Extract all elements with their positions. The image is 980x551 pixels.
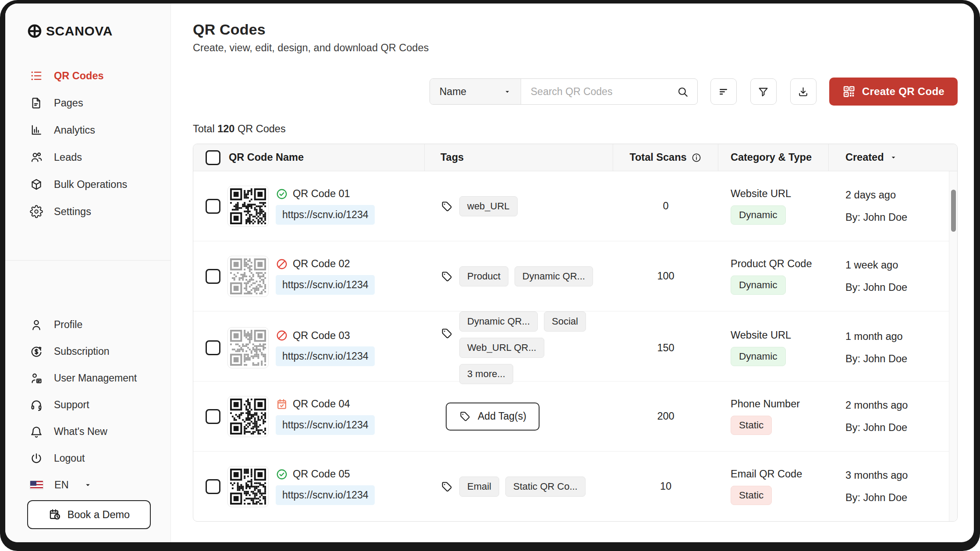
sidebar-item-label: Subscription xyxy=(54,346,110,357)
qr-thumbnail[interactable] xyxy=(227,256,269,297)
sidebar-item-support[interactable]: Support xyxy=(5,392,170,418)
toolbar: Name xyxy=(193,78,958,106)
sidebar-nav: QR CodesPagesAnalyticsLeadsBulk Operatio… xyxy=(5,62,170,225)
whats-new-icon xyxy=(30,425,43,438)
analytics-icon xyxy=(30,124,43,137)
sidebar-item-bulk-operations[interactable]: Bulk Operations xyxy=(5,171,170,198)
table-row: QR Code 03 https://scnv.io/1234 Dynamic … xyxy=(193,311,957,381)
row-checkbox[interactable] xyxy=(206,199,220,214)
chevron-down-icon xyxy=(84,481,92,489)
qr-code-icon xyxy=(842,85,856,98)
sidebar-item-leads[interactable]: Leads xyxy=(5,144,170,171)
filter-icon xyxy=(757,86,769,98)
add-tags-button[interactable]: Add Tag(s) xyxy=(446,403,540,431)
qr-code-name[interactable]: QR Code 01 xyxy=(293,188,350,200)
column-header-name: QR Code Name xyxy=(229,152,304,163)
sidebar-item-label: QR Codes xyxy=(54,70,104,82)
short-url[interactable]: https://scnv.io/1234 xyxy=(276,415,375,435)
column-header-category: Category & Type xyxy=(731,152,812,163)
qr-code-name[interactable]: QR Code 03 xyxy=(293,330,350,342)
table-scrollbar-track[interactable] xyxy=(949,171,957,521)
category-label: Website URL xyxy=(731,329,791,341)
column-header-scans: Total Scans xyxy=(629,152,686,163)
page-title: QR Codes xyxy=(193,21,958,38)
tag-chip[interactable]: Dynamic QR... xyxy=(459,311,538,332)
row-checkbox[interactable] xyxy=(206,409,220,424)
brand-logo[interactable]: SCANOVA xyxy=(27,24,170,39)
category-label: Website URL xyxy=(731,188,791,200)
tag-icon xyxy=(440,327,453,339)
chevron-down-icon xyxy=(504,88,511,95)
sidebar-item-settings[interactable]: Settings xyxy=(5,198,170,225)
table-scrollbar-thumb[interactable] xyxy=(951,190,956,232)
sidebar: SCANOVA QR CodesPagesAnalyticsLeadsBulk … xyxy=(5,4,171,542)
short-url[interactable]: https://scnv.io/1234 xyxy=(276,275,375,295)
language-selector[interactable]: EN xyxy=(5,472,170,498)
tag-chip[interactable]: Product xyxy=(459,266,508,286)
page-subtitle: Create, view, edit, design, and download… xyxy=(193,42,958,54)
status-icon xyxy=(276,188,288,200)
short-url[interactable]: https://scnv.io/1234 xyxy=(276,346,375,366)
column-header-created-sort[interactable]: Created xyxy=(829,144,957,171)
sidebar-item-pages[interactable]: Pages xyxy=(5,89,170,117)
search-input[interactable] xyxy=(523,85,677,98)
sidebar-item-subscription[interactable]: Subscription xyxy=(5,338,170,365)
created-time: 2 months ago xyxy=(845,399,908,411)
tag-chip[interactable]: Dynamic QR... xyxy=(515,266,593,286)
sort-caret-icon xyxy=(890,154,897,161)
table-row: QR Code 02 https://scnv.io/1234 ProductD… xyxy=(193,241,957,311)
row-checkbox[interactable] xyxy=(206,340,220,355)
qr-code-name[interactable]: QR Code 05 xyxy=(293,468,350,480)
tag-chip[interactable]: Static QR Co... xyxy=(505,477,586,497)
book-demo-button[interactable]: Book a Demo xyxy=(27,500,151,529)
sidebar-item-label: User Management xyxy=(54,372,137,384)
tag-chip[interactable]: Email xyxy=(459,477,499,497)
short-url[interactable]: https://scnv.io/1234 xyxy=(276,205,375,225)
sidebar-item-label: Support xyxy=(54,399,89,411)
row-checkbox[interactable] xyxy=(206,479,220,494)
filter-button[interactable] xyxy=(750,78,777,105)
search-field-dropdown[interactable]: Name xyxy=(430,79,521,104)
sidebar-item-analytics[interactable]: Analytics xyxy=(5,117,170,144)
short-url[interactable]: https://scnv.io/1234 xyxy=(276,485,375,505)
settings-icon xyxy=(30,205,43,218)
scan-count: 100 xyxy=(613,241,718,311)
qr-thumbnail[interactable] xyxy=(227,466,269,507)
status-icon xyxy=(276,398,288,410)
tag-chip[interactable]: Web_URL QR... xyxy=(459,338,544,358)
add-tags-label: Add Tag(s) xyxy=(478,410,526,422)
type-badge: Static xyxy=(731,416,772,435)
us-flag-icon xyxy=(30,480,43,490)
create-qr-code-button[interactable]: Create QR Code xyxy=(829,78,958,106)
sidebar-item-user-management[interactable]: User Management xyxy=(5,365,170,392)
qr-code-name[interactable]: QR Code 02 xyxy=(293,258,350,270)
tag-icon xyxy=(459,410,471,422)
sidebar-item-label: Profile xyxy=(54,319,82,331)
tag-chip[interactable]: web_URL xyxy=(459,196,518,216)
qr-list-icon xyxy=(30,69,43,82)
qr-thumbnail[interactable] xyxy=(227,327,269,368)
info-icon[interactable] xyxy=(691,152,702,163)
sort-button[interactable] xyxy=(710,78,737,105)
qr-thumbnail[interactable] xyxy=(227,396,269,437)
tag-icon xyxy=(440,270,453,283)
book-demo-label: Book a Demo xyxy=(67,509,130,521)
qr-codes-table: QR Code Name Tags Total Scans Category &… xyxy=(193,144,958,522)
select-all-checkbox[interactable] xyxy=(206,150,220,165)
qr-thumbnail[interactable] xyxy=(227,186,269,227)
category-label: Product QR Code xyxy=(731,258,812,270)
row-checkbox[interactable] xyxy=(206,269,220,284)
created-by: By: John Doe xyxy=(845,422,907,434)
qr-code-name[interactable]: QR Code 04 xyxy=(293,398,350,410)
created-time: 1 week ago xyxy=(845,259,898,271)
tags-cell: Add Tag(s) xyxy=(425,381,613,451)
sidebar-item-what-s-new[interactable]: What's New xyxy=(5,418,170,445)
table-row: QR Code 01 https://scnv.io/1234 web_URL … xyxy=(193,171,957,241)
sidebar-item-logout[interactable]: Logout xyxy=(5,445,170,472)
download-button[interactable] xyxy=(790,78,817,105)
tag-chip-list: web_URL xyxy=(459,196,518,216)
table-header: QR Code Name Tags Total Scans Category &… xyxy=(193,144,957,171)
sidebar-item-profile[interactable]: Profile xyxy=(5,311,170,338)
tag-chip[interactable]: Social xyxy=(544,311,586,332)
sidebar-item-qr-codes[interactable]: QR Codes xyxy=(5,62,170,89)
